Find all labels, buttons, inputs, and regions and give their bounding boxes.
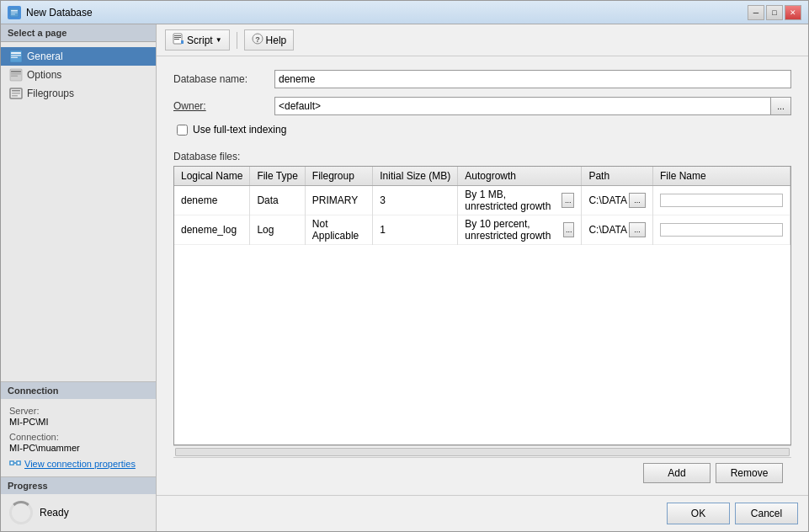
server-value: MI-PC\MI <box>9 417 147 427</box>
row2-logical-name: deneme_log <box>174 215 250 245</box>
row2-filename-input[interactable] <box>660 223 783 237</box>
table-header-row: Logical Name File Type Filegroup Initial… <box>174 167 790 186</box>
svg-rect-15 <box>12 95 18 97</box>
svg-rect-23 <box>174 37 181 38</box>
window-icon <box>8 6 21 19</box>
scroll-track[interactable] <box>175 448 790 456</box>
row1-autogrowth-btn[interactable]: ... <box>562 193 574 208</box>
owner-browse-button[interactable]: ... <box>771 97 791 115</box>
progress-title: Progress <box>1 477 156 494</box>
svg-marker-25 <box>181 40 184 44</box>
maximize-button[interactable]: □ <box>766 5 783 20</box>
fulltext-checkbox[interactable] <box>177 125 188 136</box>
progress-status: Ready <box>40 507 69 519</box>
col-filegroup: Filegroup <box>305 167 372 186</box>
row2-file-name[interactable] <box>652 215 790 245</box>
svg-rect-22 <box>174 35 181 36</box>
toolbar-separator <box>237 32 237 49</box>
help-button[interactable]: ? Help <box>244 29 295 51</box>
minimize-button[interactable]: ─ <box>748 5 764 20</box>
view-connection-link[interactable]: View connection properties <box>9 458 147 470</box>
row2-path-btn[interactable]: ... <box>629 222 646 237</box>
svg-rect-5 <box>11 52 21 54</box>
svg-rect-2 <box>11 12 18 13</box>
close-button[interactable]: ✕ <box>785 5 801 20</box>
fulltext-row: Use full-text indexing <box>173 124 791 136</box>
add-button[interactable]: Add <box>643 463 711 483</box>
svg-point-20 <box>18 462 20 465</box>
sidebar-options-label: Options <box>27 69 61 81</box>
row1-initial-size: 3 <box>373 186 458 215</box>
connection-label: Connection: <box>9 432 147 442</box>
script-button[interactable]: Script ▼ <box>165 29 230 51</box>
progress-content: Ready <box>1 494 156 531</box>
main-panel: Script ▼ ? Help Database n <box>157 24 808 531</box>
connection-section: Connection Server: MI-PC\MI Connection: … <box>1 381 156 476</box>
svg-text:?: ? <box>255 35 260 44</box>
row1-file-type: Data <box>250 186 305 215</box>
ok-button[interactable]: OK <box>667 503 730 524</box>
sidebar-general-label: General <box>27 51 63 62</box>
row2-autogrowth: By 10 percent, unrestricted growth ... <box>458 215 582 245</box>
table-row[interactable]: deneme Data PRIMARY 3 By 1 MB, unrestric… <box>174 186 790 215</box>
title-bar: New Database ─ □ ✕ <box>1 1 808 24</box>
connection-title: Connection <box>1 382 156 399</box>
col-autogrowth: Autogrowth <box>458 167 582 186</box>
sidebar-filegroups-label: Filegroups <box>27 88 74 99</box>
owner-row: Owner: ... <box>173 97 791 115</box>
col-file-name: File Name <box>652 167 790 186</box>
row2-path: C:\DATA ... <box>582 215 653 245</box>
row1-logical-name: deneme <box>174 186 250 215</box>
db-name-input[interactable] <box>274 70 791 88</box>
table-container[interactable]: Logical Name File Type Filegroup Initial… <box>173 166 791 445</box>
connection-link-icon <box>9 458 21 470</box>
server-label: Server: <box>9 406 147 416</box>
svg-rect-18 <box>14 462 17 464</box>
script-label: Script <box>187 35 213 46</box>
col-logical-name: Logical Name <box>174 167 250 186</box>
script-dropdown-icon: ▼ <box>216 36 222 44</box>
help-icon: ? <box>252 33 263 47</box>
owner-label: Owner: <box>173 100 274 112</box>
row1-path-btn[interactable]: ... <box>629 193 646 208</box>
svg-rect-10 <box>11 73 21 75</box>
sidebar-pages: General Options <box>1 42 156 108</box>
col-path: Path <box>582 167 653 186</box>
sidebar-item-filegroups[interactable]: Filegroups <box>1 84 156 103</box>
svg-rect-6 <box>11 55 21 56</box>
db-name-label: Database name: <box>173 73 274 85</box>
connection-value: MI-PC\muammer <box>9 443 147 453</box>
row1-file-name[interactable] <box>652 186 790 215</box>
cancel-button[interactable]: Cancel <box>735 503 798 524</box>
fulltext-label: Use full-text indexing <box>193 124 286 136</box>
row2-filegroup: Not Applicable <box>305 215 372 245</box>
row1-autogrowth: By 1 MB, unrestricted growth ... <box>458 186 582 215</box>
toolbar: Script ▼ ? Help <box>157 24 808 56</box>
svg-point-19 <box>11 462 13 465</box>
row1-filename-input[interactable] <box>660 194 783 207</box>
connection-info: Server: MI-PC\MI Connection: MI-PC\muamm… <box>1 399 156 476</box>
owner-input[interactable] <box>274 97 771 115</box>
filegroups-icon <box>9 87 23 100</box>
table-actions: Add Remove <box>173 457 791 488</box>
sidebar-item-general[interactable]: General <box>1 47 156 66</box>
window-title: New Database <box>26 7 748 19</box>
owner-input-group: ... <box>274 97 791 115</box>
db-name-row: Database name: <box>173 70 791 88</box>
row2-autogrowth-btn[interactable]: ... <box>563 222 574 237</box>
table-section: Database files: Logical Name File Type F… <box>157 151 808 495</box>
svg-rect-1 <box>11 10 18 12</box>
svg-rect-13 <box>12 90 20 92</box>
svg-rect-9 <box>11 71 21 72</box>
horizontal-scrollbar[interactable] <box>173 445 791 457</box>
sidebar-item-options[interactable]: Options <box>1 66 156 84</box>
svg-rect-14 <box>12 93 20 94</box>
general-icon <box>9 50 23 63</box>
row1-path: C:\DATA ... <box>582 186 653 215</box>
svg-rect-3 <box>11 13 15 14</box>
table-row[interactable]: deneme_log Log Not Applicable 1 By 10 pe… <box>174 215 790 245</box>
svg-rect-11 <box>11 76 18 77</box>
remove-button[interactable]: Remove <box>716 463 783 483</box>
row1-filegroup: PRIMARY <box>305 186 372 215</box>
script-icon <box>173 33 184 47</box>
